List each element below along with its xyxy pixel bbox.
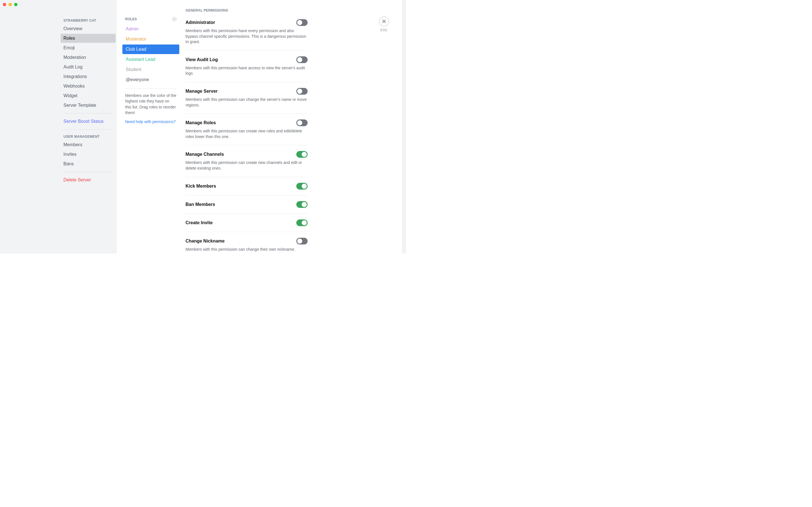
roles-column: ROLES AdminModeratorClub LeadAssistant L…: [117, 0, 182, 253]
permission-toggle-view-audit-log[interactable]: [296, 56, 308, 63]
permission-description: Members with this permission have every …: [186, 28, 308, 45]
window-close-dot[interactable]: [3, 3, 6, 6]
toggle-knob: [297, 120, 302, 125]
permission-description: Members with this permission can change …: [186, 247, 308, 252]
permission-toggle-kick-members[interactable]: [296, 183, 308, 189]
settings-sidebar: STRAWBERRY CAT OverviewRolesEmojiModerat…: [0, 0, 117, 253]
permission-toggle-create-invite[interactable]: [296, 219, 308, 226]
toggle-knob: [302, 202, 307, 207]
window-minimize-dot[interactable]: [8, 3, 12, 6]
user-mgmt-header: USER MANAGEMENT: [61, 133, 116, 140]
sidebar-item-emoji[interactable]: Emoji: [61, 43, 116, 52]
role-item-moderator[interactable]: Moderator: [122, 34, 179, 44]
permissions-panel: GENERAL PERMISSIONS AdministratorMembers…: [182, 0, 406, 253]
permission-toggle-manage-channels[interactable]: [296, 151, 308, 158]
permission-title: Manage Channels: [186, 152, 224, 157]
sidebar-item-audit-log[interactable]: Audit Log: [61, 62, 116, 71]
sidebar-item-server-template[interactable]: Server Template: [61, 101, 116, 110]
roles-help-link[interactable]: Need help with permissions?: [122, 115, 179, 124]
close-icon: [382, 19, 386, 24]
permission-title: Create Invite: [186, 220, 213, 225]
role-item-everyone[interactable]: @everyone: [122, 75, 179, 84]
sidebar-item-integrations[interactable]: Integrations: [61, 72, 116, 81]
permission-row-manage-server: Manage ServerMembers with this permissio…: [186, 82, 308, 114]
permission-toggle-ban-members[interactable]: [296, 201, 308, 208]
scrollbar[interactable]: [402, 0, 406, 253]
roles-divider: [125, 89, 176, 89]
sidebar-item-roles[interactable]: Roles: [61, 34, 116, 43]
permission-description: Members with this permission have access…: [186, 65, 308, 76]
sidebar-divider: [63, 172, 113, 172]
add-role-icon[interactable]: [172, 17, 176, 21]
sidebar-item-moderation[interactable]: Moderation: [61, 53, 116, 62]
permission-title: Administrator: [186, 20, 215, 25]
permission-row-kick-members: Kick Members: [186, 177, 308, 195]
sidebar-item-widget[interactable]: Widget: [61, 91, 116, 100]
permission-description: Members with this permission can create …: [186, 160, 308, 171]
roles-hint-text: Members use the color of the highest rol…: [122, 93, 179, 115]
close-panel: ESC: [379, 16, 389, 32]
sidebar-divider: [63, 113, 113, 114]
sidebar-item-members[interactable]: Members: [61, 140, 116, 149]
permission-row-manage-roles: Manage RolesMembers with this permission…: [186, 114, 308, 145]
sidebar-item-overview[interactable]: Overview: [61, 24, 116, 33]
sidebar-item-bans[interactable]: Bans: [61, 159, 116, 168]
permission-title: Manage Server: [186, 89, 218, 94]
permission-row-create-invite: Create Invite: [186, 214, 308, 232]
permission-title: View Audit Log: [186, 57, 218, 62]
sidebar-item-delete-server[interactable]: Delete Server: [61, 175, 116, 184]
permission-row-ban-members: Ban Members: [186, 195, 308, 214]
permission-title: Ban Members: [186, 202, 215, 207]
permission-toggle-administrator[interactable]: [296, 19, 308, 26]
permission-row-administrator: AdministratorMembers with this permissio…: [186, 19, 308, 51]
window-traffic-lights: [3, 3, 17, 6]
close-button[interactable]: [379, 16, 389, 26]
permissions-section-title: GENERAL PERMISSIONS: [186, 8, 308, 12]
close-esc-label: ESC: [379, 28, 389, 32]
window-zoom-dot[interactable]: [14, 3, 17, 6]
permission-description: Members with this permission can create …: [186, 128, 308, 139]
sidebar-item-webhooks[interactable]: Webhooks: [61, 82, 116, 91]
permission-row-manage-channels: Manage ChannelsMembers with this permiss…: [186, 145, 308, 177]
permission-description: Members with this permission can change …: [186, 97, 308, 108]
role-item-assistant-lead[interactable]: Assistant Lead: [122, 55, 179, 64]
toggle-knob: [302, 220, 307, 225]
role-item-admin[interactable]: Admin: [122, 24, 179, 34]
permission-title: Manage Roles: [186, 120, 216, 125]
sidebar-item-boost[interactable]: Server Boost Status: [61, 117, 116, 126]
toggle-knob: [297, 89, 302, 94]
permission-title: Change Nickname: [186, 238, 225, 244]
toggle-knob: [297, 20, 302, 25]
role-item-club-lead[interactable]: Club Lead: [122, 45, 179, 54]
permission-toggle-manage-server[interactable]: [296, 88, 308, 95]
server-name-header: STRAWBERRY CAT: [61, 17, 116, 24]
permission-toggle-change-nickname[interactable]: [296, 238, 308, 244]
toggle-knob: [302, 152, 307, 157]
toggle-knob: [302, 184, 307, 189]
permission-row-view-audit-log: View Audit LogMembers with this permissi…: [186, 51, 308, 82]
role-item-student[interactable]: Student: [122, 65, 179, 74]
toggle-knob: [297, 238, 302, 244]
sidebar-item-invites[interactable]: Invites: [61, 150, 116, 159]
permission-toggle-manage-roles[interactable]: [296, 119, 308, 126]
toggle-knob: [297, 57, 302, 62]
permission-row-change-nickname: Change NicknameMembers with this permiss…: [186, 232, 308, 253]
roles-header-label: ROLES: [125, 17, 137, 21]
permission-title: Kick Members: [186, 184, 216, 189]
